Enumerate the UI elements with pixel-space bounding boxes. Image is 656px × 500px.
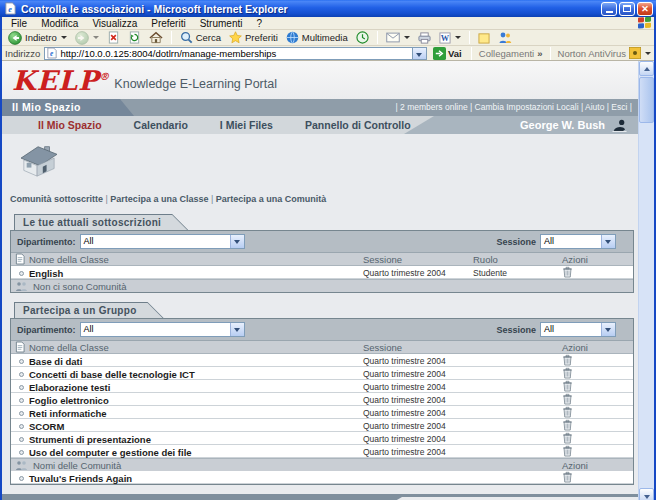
title-bar: e Controlla le associazioni - Microsoft … — [0, 0, 656, 17]
breadcrumb-partecipa-classe[interactable]: Partecipa a una Classe — [103, 194, 208, 204]
select-arrow-icon[interactable] — [601, 235, 615, 248]
search-button[interactable]: Cerca — [177, 30, 224, 45]
minimize-button[interactable] — [601, 2, 617, 16]
norton-antivirus-button[interactable]: Norton AntiVirus — [558, 47, 651, 59]
media-button[interactable]: Multimedia — [283, 30, 351, 45]
class-link[interactable]: Uso del computer e gestione dei file — [29, 447, 192, 458]
unsubscribe-trash-icon[interactable] — [562, 266, 573, 278]
space-tab[interactable]: Il Mio Spazio — [2, 99, 134, 116]
scrollbar-thumb[interactable] — [639, 77, 654, 123]
menu-strumenti[interactable]: Strumenti — [193, 18, 250, 29]
maximize-button[interactable] — [619, 2, 635, 16]
user-icon — [610, 119, 628, 132]
scroll-down-button[interactable] — [639, 488, 654, 500]
join-action-icon[interactable] — [562, 393, 573, 405]
class-row: SCORM Quarto trimestre 2004 — [11, 419, 633, 432]
menu-visualizza[interactable]: Visualizza — [85, 18, 144, 29]
print-button[interactable] — [415, 30, 434, 45]
class-link[interactable]: Foglio elettronico — [29, 395, 109, 406]
scroll-up-button[interactable] — [639, 61, 654, 76]
nav-il-mio-spazio[interactable]: Il Mio Spazio — [38, 119, 102, 131]
class-link[interactable]: SCORM — [29, 421, 64, 432]
locale-settings-link[interactable]: Cambia Impostazioni Locali — [468, 102, 579, 112]
registered-mark: ® — [99, 71, 110, 82]
session-filter-label: Sessione — [497, 237, 537, 247]
join-action-icon[interactable] — [562, 406, 573, 418]
mail-dropdown-icon[interactable] — [404, 36, 410, 39]
favorites-button[interactable]: Preferiti — [226, 30, 281, 45]
session-cell: Quarto trimestre 2004 — [363, 434, 548, 444]
class-link[interactable]: Strumenti di presentazione — [29, 434, 151, 445]
session-filter-select[interactable]: All — [540, 234, 616, 249]
norton-dropdown-icon[interactable] — [645, 52, 651, 55]
col-sessione[interactable]: Sessione — [363, 342, 548, 353]
col-sessione[interactable]: Sessione — [363, 254, 473, 265]
nav-pannello-di-controllo[interactable]: Pannello di Controllo — [305, 119, 411, 131]
forward-button[interactable] — [72, 30, 102, 45]
menu-preferiti[interactable]: Preferiti — [144, 18, 192, 29]
refresh-button[interactable] — [125, 30, 144, 45]
links-label[interactable]: Collegamenti — [479, 48, 543, 59]
join-action-icon[interactable] — [562, 354, 573, 366]
dept-filter-select[interactable]: All — [80, 234, 245, 249]
back-button[interactable]: Indietro — [5, 30, 70, 45]
col-nome-della-classe[interactable]: Nome della Classe — [29, 342, 109, 353]
col-nome-della-classe[interactable]: Nome della Classe — [29, 254, 109, 265]
breadcrumb-comunita-sottoscritte[interactable]: Comunità sottoscritte — [10, 194, 103, 204]
class-link[interactable]: Elaborazione testi — [29, 382, 110, 393]
home-button[interactable] — [146, 30, 166, 45]
class-link[interactable]: Concetti di base delle tecnologie ICT — [29, 369, 195, 380]
menu-help[interactable]: ? — [249, 18, 269, 29]
breadcrumb: Comunità sottoscrittePartecipa a una Cla… — [10, 194, 638, 204]
menu-file[interactable]: File — [4, 18, 34, 29]
session-filter-select[interactable]: All — [540, 322, 616, 337]
toolbar-separator — [469, 31, 470, 44]
join-action-icon[interactable] — [562, 445, 573, 457]
dept-filter-label: Dipartimento: — [17, 237, 76, 247]
close-button[interactable]: ✕ — [637, 2, 653, 16]
help-link[interactable]: Aiuto — [579, 102, 605, 112]
logout-link[interactable]: Esci — [604, 102, 627, 112]
join-action-icon[interactable] — [562, 432, 573, 444]
join-action-icon[interactable] — [562, 471, 573, 483]
address-url: http://10.0.0.125:8004/dotlrn/manage-mem… — [60, 48, 276, 59]
go-button[interactable]: Vai — [431, 47, 464, 60]
breadcrumb-partecipa-comunita[interactable]: Partecipa a una Comunità — [208, 194, 326, 204]
history-button[interactable] — [353, 30, 372, 45]
mail-button[interactable] — [383, 30, 413, 45]
join-action-icon[interactable] — [562, 380, 573, 392]
edit-button[interactable]: W — [436, 30, 464, 45]
vertical-scrollbar[interactable] — [638, 61, 654, 500]
stop-button[interactable] — [104, 30, 123, 45]
refresh-icon — [128, 31, 141, 44]
class-link[interactable]: Base di dati — [29, 356, 82, 367]
select-arrow-icon[interactable] — [230, 323, 244, 336]
messenger-button[interactable] — [495, 30, 515, 45]
kelp-page: KELP® Knowledge E-Learning Portal Il Mio… — [2, 61, 638, 500]
members-online-link[interactable]: 2 members online — [400, 102, 468, 112]
printer-icon — [418, 32, 431, 44]
join-action-icon[interactable] — [562, 419, 573, 431]
col-azioni: Azioni — [548, 460, 633, 471]
toolbar-separator — [377, 31, 378, 44]
back-dropdown-icon[interactable] — [61, 36, 67, 39]
community-link[interactable]: Tuvalu's Friends Again — [29, 473, 132, 484]
forward-dropdown-icon[interactable] — [93, 36, 99, 39]
svg-text:W: W — [441, 34, 450, 43]
menu-modifica[interactable]: Modifica — [34, 18, 85, 29]
community-row: Tuvalu's Friends Again — [11, 471, 633, 484]
select-arrow-icon[interactable] — [601, 323, 615, 336]
bullet-icon — [19, 271, 24, 276]
address-input[interactable]: e http://10.0.0.125:8004/dotlrn/manage-m… — [44, 47, 413, 60]
dept-filter-select[interactable]: All — [80, 322, 245, 337]
nav-calendario[interactable]: Calendario — [134, 119, 188, 131]
address-dropdown-button[interactable] — [413, 47, 427, 60]
edit-dropdown-icon[interactable] — [455, 36, 461, 39]
join-action-icon[interactable] — [562, 367, 573, 379]
notes-button[interactable] — [475, 30, 493, 45]
class-link[interactable]: Reti informatiche — [29, 408, 107, 419]
class-link[interactable]: English — [29, 268, 63, 279]
select-arrow-icon[interactable] — [230, 235, 244, 248]
nav-i-miei-files[interactable]: I Miei Files — [220, 119, 273, 131]
col-ruolo[interactable]: Ruolo — [473, 254, 548, 265]
